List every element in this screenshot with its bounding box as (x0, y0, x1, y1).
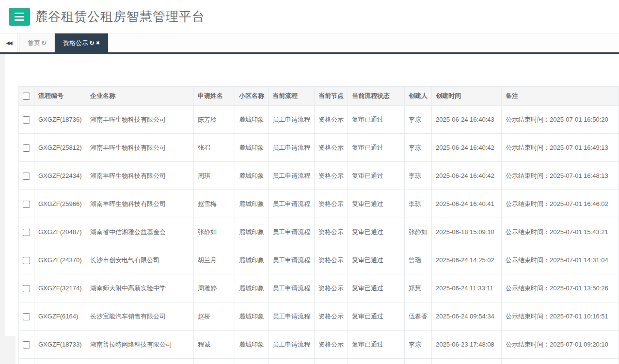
cell-community: 麓城印象 (235, 218, 269, 246)
table-row: GXGZF(25966)湖南丰晖生物科技有限公司赵雪梅麓城印象员工申请流程资格公… (19, 190, 619, 218)
cell-applicant: 张静如 (194, 218, 235, 246)
cell-company: 湖南丰晖生物科技有限公司 (86, 162, 194, 190)
cell-process-no: GXGZF(18733) (34, 331, 86, 359)
cell-process-no: GXGZF(6164) (34, 302, 86, 331)
tabs-collapse-button[interactable]: ◀◀ (0, 33, 18, 52)
row-checkbox[interactable] (23, 173, 30, 180)
cell-process-no: GXGZF(20487) (34, 218, 86, 246)
cell-process-no: GXGZF(18736) (34, 106, 86, 134)
open-tabs: 首页 ↻ 资格公示 ↻ ✖ (19, 33, 108, 52)
row-checkbox[interactable] (23, 285, 30, 292)
refresh-icon[interactable]: ↻ (41, 39, 47, 47)
cell-creator: 李琼 (405, 190, 432, 218)
table-row: GXGZF(6164)长沙宝能汽车销售有限公司赵桥麓城印象员工申请流程资格公示复… (19, 302, 619, 331)
cell-created-at: 2025-06-23 17:48:08 (432, 331, 502, 359)
cell-flow-status: 复审已通过 (348, 274, 405, 302)
cell-process-no: GXGZF(32174) (34, 274, 86, 302)
table-row-partial (19, 359, 619, 364)
cell-applicant: 张召 (194, 134, 235, 162)
table-row: GXGZF(18736)湖南丰晖生物科技有限公司陈芳玲麓城印象员工申请流程资格公… (19, 106, 619, 134)
tab-home[interactable]: 首页 ↻ (19, 33, 55, 52)
sidebar-toggle-button[interactable] (9, 8, 30, 26)
cell-company: 湖南丰晖生物科技有限公司 (86, 106, 194, 134)
column-header-node: 当前节点 (315, 87, 348, 106)
cell-creator: 李琼 (405, 106, 432, 134)
cell-node: 资格公示 (315, 246, 348, 274)
row-checkbox[interactable] (23, 144, 30, 152)
cell-empty (269, 359, 315, 364)
cell-empty (315, 359, 348, 364)
close-icon[interactable]: ✖ (96, 40, 100, 46)
table-body: GXGZF(18736)湖南丰晖生物科技有限公司陈芳玲麓城印象员工申请流程资格公… (19, 106, 619, 364)
row-checkbox-cell (19, 106, 34, 134)
cell-applicant: 周雅婷 (194, 274, 235, 302)
cell-empty (235, 359, 269, 364)
row-checkbox-cell (19, 162, 34, 190)
cell-community: 麓城印象 (235, 274, 269, 302)
content-panel: 流程编号企业名称申请姓名小区名称当前流程当前节点当前流程状态创建人创建时间备注操… (5, 54, 619, 364)
row-checkbox-cell (19, 218, 34, 246)
cell-company: 湖南省中信湘雅公益基金会 (86, 218, 194, 246)
row-checkbox[interactable] (23, 313, 30, 320)
cell-community: 麓城印象 (235, 331, 269, 359)
tab-home-label: 首页 (28, 39, 40, 47)
cell-flow: 员工申请流程 (269, 190, 315, 218)
cell-flow: 员工申请流程 (269, 162, 315, 190)
cell-flow-status: 复审已通过 (348, 218, 405, 246)
cell-company: 长沙市创安电气有限公司 (86, 246, 194, 274)
cell-community: 麓城印象 (235, 246, 269, 274)
cell-empty (86, 359, 194, 364)
cell-flow: 员工申请流程 (269, 331, 315, 359)
tab-qualification-publicity[interactable]: 资格公示 ↻ ✖ (55, 33, 108, 52)
row-checkbox[interactable] (23, 201, 30, 208)
refresh-icon[interactable]: ↻ (89, 39, 95, 47)
row-checkbox-cell (19, 274, 34, 302)
cell-created-at: 2025-06-18 15:09:10 (432, 218, 502, 246)
cell-remark: 公示结束时间：2025-07-01 10:16:51 (502, 302, 619, 331)
cell-flow-status: 复审已通过 (348, 162, 405, 190)
cell-flow-status: 复审已通过 (348, 331, 405, 359)
cell-remark: 公示结束时间：2025-07-01 13:50:26 (502, 274, 619, 302)
cell-flow: 员工申请流程 (269, 302, 315, 331)
column-header-applicant: 申请姓名 (194, 87, 235, 106)
cell-community: 麓城印象 (235, 134, 269, 162)
cell-community: 麓城印象 (235, 106, 269, 134)
row-checkbox[interactable] (23, 116, 30, 124)
cell-node: 资格公示 (315, 106, 348, 134)
cell-flow: 员工申请流程 (269, 246, 315, 274)
cell-company: 湖南丰晖生物科技有限公司 (86, 190, 194, 218)
cell-remark: 公示结束时间：2025-07-01 09:20:10 (502, 331, 619, 359)
cell-remark: 公示结束时间：2025-07-01 16:50:20 (502, 106, 619, 134)
cell-remark: 公示结束时间：2025-07-01 14:31:04 (502, 246, 619, 274)
cell-node: 资格公示 (315, 218, 348, 246)
cell-applicant: 周琪 (194, 162, 235, 190)
cell-empty (405, 359, 432, 364)
cell-empty (502, 359, 619, 364)
tab-qualification-publicity-label: 资格公示 (63, 39, 88, 47)
title-bar: 麓谷租赁公租房智慧管理平台 (0, 0, 619, 33)
row-checkbox[interactable] (23, 229, 30, 236)
cell-empty (348, 359, 405, 364)
row-checkbox[interactable] (23, 341, 30, 348)
cell-remark: 公示结束时间：2025-07-01 16:49:13 (502, 134, 619, 162)
select-all-checkbox[interactable] (23, 93, 30, 100)
cell-community: 麓城印象 (235, 162, 269, 190)
cell-flow: 员工申请流程 (269, 106, 315, 134)
row-checkbox[interactable] (23, 257, 30, 264)
cell-creator: 李琼 (405, 331, 432, 359)
cell-creator: 郑慧 (405, 274, 432, 302)
row-checkbox-cell (19, 331, 34, 359)
cell-community: 麓城印象 (235, 190, 269, 218)
cell-creator: 李琼 (405, 134, 432, 162)
cell-node: 资格公示 (315, 162, 348, 190)
cell-created-at: 2025-06-24 16:40:41 (432, 190, 502, 218)
cell-node: 资格公示 (315, 302, 348, 331)
row-checkbox-cell (19, 302, 34, 331)
table-row: GXGZF(18733)湖南普拉特网络科技有限公司程诚麓城印象员工申请流程资格公… (19, 331, 619, 359)
cell-applicant: 程诚 (194, 331, 235, 359)
cell-applicant: 赵桥 (194, 302, 235, 331)
hamburger-icon (15, 13, 24, 14)
cell-remark: 公示结束时间：2025-07-01 15:43:21 (502, 218, 619, 246)
cell-applicant: 胡兰月 (194, 246, 235, 274)
table-row: GXGZF(22434)湖南丰晖生物科技有限公司周琪麓城印象员工申请流程资格公示… (19, 162, 619, 190)
